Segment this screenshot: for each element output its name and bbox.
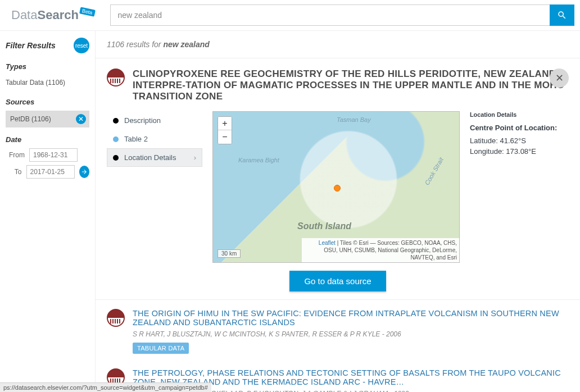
topbar: DataSearchBeta [0,0,580,31]
location-longitude: Longitude: 173.08°E [470,147,569,156]
map-label-tasman-bay: Tasman Bay [337,116,371,123]
result-detail-panel: ✕ CLINOPYROXENE REE GEOCHEMISTRY OF THE … [96,58,580,300]
result-meta: S R HART, J BLUSZTAJN, W C MCINTOSH, K S… [133,330,569,338]
search-icon [557,10,567,20]
leaflet-link[interactable]: Leaflet [319,240,336,246]
detail-title: CLINOPYROXENE REE GEOCHEMISTRY OF THE RE… [133,69,569,102]
date-to-label: To [6,168,22,176]
chevron-right-icon: › [194,153,196,162]
source-icon [107,309,125,327]
filter-results-heading: Filter Results [6,41,56,50]
map-label-south-island: South Island [297,221,351,231]
remove-source-icon[interactable]: ✕ [76,114,86,124]
map-scale: 30 km [218,249,241,258]
tab-description[interactable]: Description [107,111,202,130]
go-to-data-source-button[interactable]: Go to data source [289,271,386,291]
location-subheading: Centre Point of Location: [470,124,569,132]
types-heading: Types [6,62,89,71]
detail-tabs: Description Table 2 Location Details› 3 … [107,111,202,263]
search-input[interactable] [110,4,550,26]
map-zoom-controls: + − [218,116,232,144]
content: 1106 results for new zealand ✕ CLINOPYRO… [96,31,580,392]
map-attribution: Leaflet | Tiles © Esri — Sources: GEBCO,… [302,238,459,262]
location-details-panel: Location Details Centre Point of Locatio… [470,111,569,263]
search-button[interactable] [550,4,574,26]
date-heading: Date [6,135,89,144]
type-tabular-data[interactable]: Tabular Data (1106) [6,75,89,90]
source-icon [107,69,125,86]
map-label-cook-strait: Cook Strait [423,156,445,186]
browser-status-bar: ps://datasearch.elsevier.com/?utm_source… [0,382,211,392]
result-title-link[interactable]: THE ORIGIN OF HIMU IN THE SW PACIFIC: EV… [133,309,559,327]
close-detail-button[interactable]: ✕ [550,69,569,88]
location-heading: Location Details [470,111,569,118]
date-to-input[interactable] [26,165,75,179]
search-wrap [110,4,574,26]
map[interactable]: + − Tasman Bay Karamea Bight Cook Strait… [212,111,460,263]
result-item: THE ORIGIN OF HIMU IN THE SW PACIFIC: EV… [96,300,580,359]
date-apply-button[interactable] [79,166,89,178]
sources-heading: Sources [6,98,89,106]
tab-location-details[interactable]: Location Details› [107,148,202,167]
logo[interactable]: DataSearchBeta [6,8,99,22]
reset-button[interactable]: reset [74,38,89,53]
arrow-right-icon [81,168,88,175]
sidebar: Filter Results reset Types Tabular Data … [0,31,96,392]
results-count-bar: 1106 results for new zealand [96,31,580,58]
badge-tabular-data[interactable]: TABULAR DATA [133,343,189,354]
map-label-karamea-bight: Karamea Bight [238,157,279,163]
date-from-label: From [6,151,25,159]
map-zoom-in-button[interactable]: + [218,117,232,130]
date-from-input[interactable] [29,148,78,162]
map-marker[interactable] [334,185,341,192]
location-latitude: Latitude: 41.62°S [470,136,569,145]
tab-table-2[interactable]: Table 2 [107,130,202,148]
source-petdb[interactable]: PetDB (1106) ✕ [6,111,89,127]
map-zoom-out-button[interactable]: − [218,130,232,144]
